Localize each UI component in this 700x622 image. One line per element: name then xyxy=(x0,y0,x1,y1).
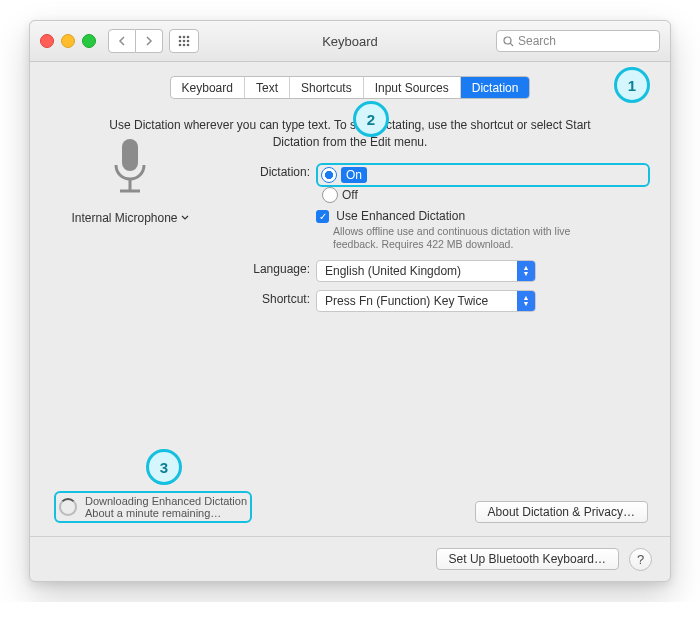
language-select[interactable]: English (United Kingdom) ▲▼ xyxy=(316,260,536,282)
tab-bar: Keyboard Text Shortcuts Input Sources Di… xyxy=(30,76,670,99)
chevron-left-icon xyxy=(118,36,126,46)
svg-point-5 xyxy=(187,40,190,43)
nav-buttons xyxy=(108,29,163,53)
download-line1: Downloading Enhanced Dictation xyxy=(85,495,247,507)
svg-point-0 xyxy=(179,36,182,39)
forward-button[interactable] xyxy=(136,29,163,53)
download-status: Downloading Enhanced Dictation About a m… xyxy=(54,491,252,523)
callout-3: 3 xyxy=(146,449,182,485)
tab-shortcuts[interactable]: Shortcuts xyxy=(290,77,364,98)
dictation-off-radio[interactable]: Off xyxy=(322,187,650,203)
shortcut-label: Shortcut: xyxy=(50,290,316,306)
svg-point-9 xyxy=(504,37,511,44)
microphone-icon xyxy=(108,135,152,201)
help-button[interactable]: ? xyxy=(629,548,652,571)
window-title: Keyboard xyxy=(322,34,378,49)
svg-point-6 xyxy=(179,44,182,47)
enhanced-sublabel: Allows offline use and continuous dictat… xyxy=(333,225,593,252)
radio-on-icon xyxy=(321,167,337,183)
svg-point-4 xyxy=(183,40,186,43)
svg-point-8 xyxy=(187,44,190,47)
search-icon xyxy=(503,36,514,47)
tab-keyboard[interactable]: Keyboard xyxy=(171,77,245,98)
back-button[interactable] xyxy=(108,29,136,53)
callout-2: 2 xyxy=(353,101,389,137)
shortcut-select[interactable]: Press Fn (Function) Key Twice ▲▼ xyxy=(316,290,536,312)
select-arrows-icon: ▲▼ xyxy=(517,291,535,311)
radio-off-icon xyxy=(322,187,338,203)
bluetooth-keyboard-button[interactable]: Set Up Bluetooth Keyboard… xyxy=(436,548,619,570)
tab-text[interactable]: Text xyxy=(245,77,290,98)
segmented-control: Keyboard Text Shortcuts Input Sources Di… xyxy=(170,76,531,99)
svg-point-3 xyxy=(179,40,182,43)
grid-icon xyxy=(178,35,190,47)
microphone-name: Internal Microphone xyxy=(71,211,177,225)
tab-input-sources[interactable]: Input Sources xyxy=(364,77,461,98)
select-arrows-icon: ▲▼ xyxy=(517,261,535,281)
show-all-button[interactable] xyxy=(169,29,199,53)
download-line2: About a minute remaining… xyxy=(85,507,247,519)
footer: Set Up Bluetooth Keyboard… ? xyxy=(30,536,670,581)
dictation-on-radio[interactable]: On xyxy=(316,163,650,187)
svg-point-7 xyxy=(183,44,186,47)
shortcut-row: Shortcut: Press Fn (Function) Key Twice … xyxy=(50,290,650,312)
dictation-off-text: Off xyxy=(342,188,358,202)
microphone-selector[interactable]: Internal Microphone xyxy=(65,135,195,226)
enhanced-checkbox[interactable]: ✓ xyxy=(316,210,329,223)
shortcut-value: Press Fn (Function) Key Twice xyxy=(325,294,488,308)
minimize-button[interactable] xyxy=(61,34,75,48)
titlebar: Keyboard Search xyxy=(30,21,670,62)
preferences-window: 1 2 3 Keyboard Search xyxy=(29,20,671,582)
svg-rect-11 xyxy=(122,139,138,171)
search-field[interactable]: Search xyxy=(496,30,660,52)
zoom-button[interactable] xyxy=(82,34,96,48)
close-button[interactable] xyxy=(40,34,54,48)
content-area: Internal Microphone Use Dictation wherev… xyxy=(30,117,670,312)
search-placeholder: Search xyxy=(518,34,556,48)
svg-point-2 xyxy=(187,36,190,39)
chevron-right-icon xyxy=(145,36,153,46)
svg-line-10 xyxy=(510,43,513,46)
microphone-label: Internal Microphone xyxy=(71,211,188,225)
enhanced-label: Use Enhanced Dictation xyxy=(336,209,465,223)
spinner-icon xyxy=(59,498,77,516)
language-row: Language: English (United Kingdom) ▲▼ xyxy=(50,260,650,282)
tab-dictation[interactable]: Dictation xyxy=(461,77,530,98)
about-dictation-button[interactable]: About Dictation & Privacy… xyxy=(475,501,648,523)
language-label: Language: xyxy=(50,260,316,276)
window-controls xyxy=(40,34,96,48)
language-value: English (United Kingdom) xyxy=(325,264,461,278)
dictation-on-text: On xyxy=(341,167,367,183)
callout-1: 1 xyxy=(614,67,650,103)
svg-point-1 xyxy=(183,36,186,39)
chevron-down-icon xyxy=(181,215,189,221)
